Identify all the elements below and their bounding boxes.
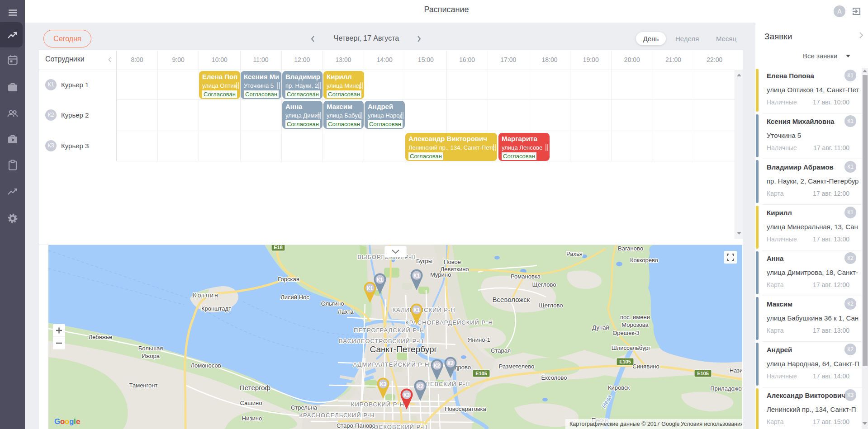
svg-text:Ижора: Ижора [142, 353, 160, 359]
svg-text:Романовка: Романовка [511, 273, 541, 280]
svg-text:Петергоф: Петергоф [240, 384, 270, 391]
svg-text:Горская: Горская [278, 276, 299, 283]
svg-text:К2: К2 [417, 383, 423, 390]
svg-text:Условия использования: Условия использования [681, 421, 742, 427]
svg-text:Щеглово: Щеглово [539, 302, 563, 309]
svg-text:Старая: Старая [491, 347, 511, 354]
svg-text:Янино-1: Янино-1 [468, 336, 490, 343]
svg-text:Мурино: Мурино [430, 271, 451, 278]
svg-text:Ёксолово: Ёксолово [541, 374, 567, 381]
svg-text:пос. имени: пос. имени [620, 314, 650, 321]
svg-text:Санкт-Петербург: Санкт-Петербург [370, 344, 437, 354]
svg-text:Разметелево: Разметелево [499, 363, 534, 370]
svg-text:Кронштадт: Кронштадт [201, 305, 231, 312]
svg-text:КИРОВСКИЙ Р-Н: КИРОВСКИЙ Р-Н [351, 401, 404, 408]
svg-text:E105: E105 [475, 371, 487, 376]
svg-text:К1: К1 [413, 307, 420, 313]
svg-text:o: o [65, 417, 69, 426]
svg-text:К1: К1 [367, 285, 373, 292]
svg-text:К2: К2 [434, 363, 440, 369]
svg-text:К3: К3 [403, 392, 410, 398]
svg-text:КАЛИНИНСКИЙ Р-Н: КАЛИНИНСКИЙ Р-Н [392, 306, 455, 313]
svg-text:Синявино: Синявино [632, 363, 659, 370]
svg-text:o: o [60, 417, 65, 426]
svg-text:Ольгино: Ольгино [321, 300, 344, 307]
svg-text:К3: К3 [380, 381, 386, 387]
svg-text:Лахта: Лахта [337, 308, 354, 315]
svg-text:МОСКОВСКИЙ Р-Н: МОСКОВСКИЙ Р-Н [368, 424, 428, 429]
svg-text:Кировск: Кировск [608, 384, 630, 391]
svg-text:E105: E105 [619, 359, 631, 364]
svg-text:Приладожски: Приладожски [710, 385, 742, 392]
svg-text:ПЕТРОГРАДСКИЙ Р-Н: ПЕТРОГРАДСКИЙ Р-Н [354, 327, 424, 334]
svg-text:Лисий Нос: Лисий Нос [280, 294, 309, 301]
svg-text:Дунай: Дунай [592, 324, 609, 331]
svg-text:НЕВСКИЙ Р-Н: НЕВСКИЙ Р-Н [426, 381, 470, 387]
svg-text:Рахья: Рахья [566, 250, 583, 257]
svg-text:Новосаратовка: Новосаратовка [445, 405, 486, 412]
svg-text:Стрельна: Стрельна [291, 404, 318, 411]
svg-text:КРАСНОСЕЛЬСКИЙ Р-Н: КРАСНОСЕЛЬСКИЙ Р-Н [299, 412, 375, 419]
svg-text:Коккорево: Коккорево [630, 257, 658, 264]
svg-text:Котлин: Котлин [193, 292, 218, 299]
svg-text:Ваганово: Ваганово [618, 245, 643, 252]
svg-text:Картографические данные © 2017: Картографические данные © 2017 Google [569, 421, 680, 427]
svg-text:К1: К1 [377, 277, 383, 283]
svg-text:Таменгонт: Таменгонт [129, 382, 158, 389]
svg-text:Сашино: Сашино [240, 400, 262, 406]
svg-text:E18: E18 [274, 245, 283, 250]
svg-text:К1: К1 [413, 273, 420, 279]
svg-text:Большая: Большая [138, 345, 163, 352]
svg-text:Орешек-3: Орешек-3 [612, 330, 639, 336]
svg-text:Новое: Новое [444, 259, 461, 265]
svg-text:Низино: Низино [242, 415, 262, 422]
svg-text:АДМИРАЛТЕЙСКИЙ Р-Н: АДМИРАЛТЕЙСКИЙ Р-Н [353, 361, 430, 368]
svg-text:Бугры: Бугры [416, 258, 432, 264]
svg-text:Морозова: Морозова [621, 321, 649, 328]
svg-text:Ломоносов: Ломоносов [190, 362, 221, 369]
svg-text:ВАСИЛЕОСТРОВСКИЙ Р-Н: ВАСИЛЕОСТРОВСКИЙ Р-Н [339, 338, 424, 344]
svg-text:Шлиссельбург: Шлиссельбург [612, 344, 651, 351]
svg-text:Назия: Назия [730, 367, 742, 374]
svg-text:Всеволожск: Всеволожск [493, 296, 530, 303]
svg-text:К2: К2 [447, 360, 454, 367]
svg-text:дрово: дрово [455, 364, 471, 371]
svg-text:Старо-Паново: Старо-Паново [337, 422, 375, 429]
svg-text:Лебяжье: Лебяжье [89, 334, 113, 340]
svg-text:Щеглово: Щеглово [532, 281, 556, 288]
svg-text:e: e [76, 417, 80, 426]
svg-text:G: G [54, 417, 60, 426]
svg-text:g: g [69, 417, 74, 426]
svg-text:E105: E105 [697, 371, 709, 376]
